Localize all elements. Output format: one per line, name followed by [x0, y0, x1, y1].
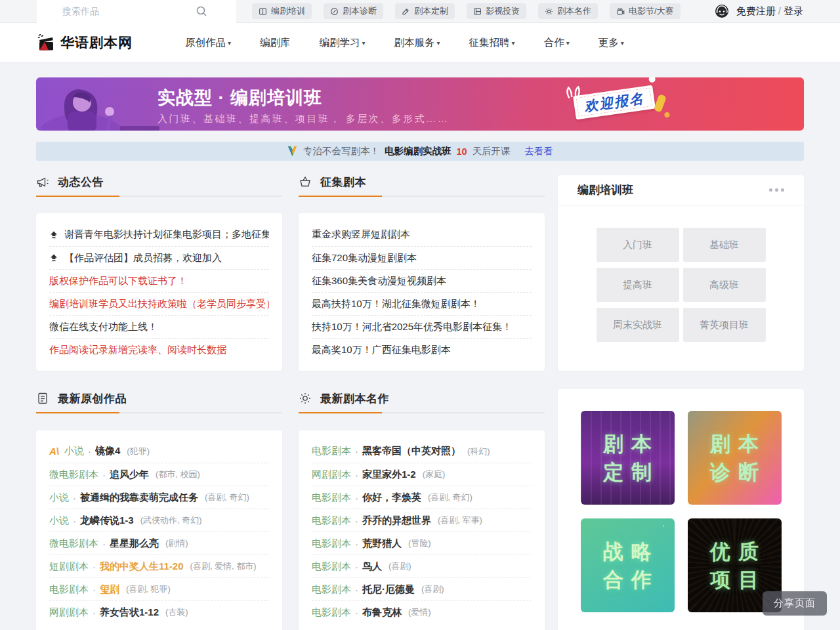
nav-menu-item[interactable]: 征集招聘 ▾: [469, 36, 515, 50]
work-tags: (喜剧): [421, 583, 444, 595]
topbar-quick-link[interactable]: 剧本名作: [538, 3, 598, 19]
collection-item[interactable]: 扶持10万！河北省2025年优秀电影剧本征集！: [312, 315, 532, 338]
top-utility-bar: 编剧培训 剧本诊断 剧本定制 影视投资 剧本名作: [0, 0, 840, 23]
work-item[interactable]: 小说 · 龙嶙传说1-3 (武侠动作, 奇幻): [49, 509, 269, 532]
work-category: 小说: [49, 514, 69, 527]
work-tags: (家庭): [423, 469, 446, 480]
work-item[interactable]: 网剧剧本 · 家里家外1-2 (家庭): [312, 463, 532, 486]
work-item[interactable]: 小说 · 被通缉的我靠卖萌完成任务 (喜剧, 奇幻): [49, 486, 269, 509]
work-item[interactable]: 电影剧本 · 荒野猎人 (冒险): [312, 532, 532, 555]
work-item[interactable]: 微电影剧本 · 追风少年 (都市, 校园): [49, 463, 269, 486]
share-page-button[interactable]: 分享页面: [763, 591, 827, 616]
decor-dot: [648, 77, 656, 83]
work-item[interactable]: 电影剧本 · 鸟人 (喜剧): [312, 555, 532, 578]
collection-item[interactable]: 最高扶持10万！湖北征集微短剧剧本！: [312, 292, 532, 315]
topbar-quick-link[interactable]: 编剧培训: [252, 3, 312, 19]
section-underline: [36, 196, 282, 197]
training-class-button[interactable]: 周末实战班: [597, 308, 679, 342]
work-tags: (犯罪): [127, 446, 150, 457]
training-class-button[interactable]: 高级班: [683, 268, 766, 302]
site-logo[interactable]: 华语剧本网: [37, 33, 133, 52]
quick-links: 编剧培训 剧本诊断 剧本定制 影视投资 剧本名作: [252, 3, 681, 19]
work-item[interactable]: 微电影剧本 · 星星那么亮 (剧情): [49, 532, 269, 555]
nav-item-label: 更多: [598, 36, 619, 50]
promo-tile[interactable]: 战略 合作: [581, 518, 675, 612]
pinned-top-icon: [49, 253, 58, 262]
nav-item-label: 原创作品: [185, 36, 226, 50]
work-tags: (科幻): [467, 446, 490, 457]
nav-menu-item[interactable]: 编剧学习 ▾: [320, 36, 366, 50]
original-works-header: 最新原创作品: [36, 390, 282, 406]
work-item[interactable]: 电影剧本 · 你好，李焕英 (喜剧, 奇幻): [312, 486, 532, 509]
work-category: 电影剧本: [312, 492, 351, 504]
collection-item[interactable]: 征集360集美食动漫短视频剧本: [312, 269, 532, 292]
announcement-item[interactable]: 谢晋青年电影扶持计划征集电影项目；多地征集剧本: [49, 223, 269, 246]
nav-menu-item[interactable]: 原创作品 ▾: [185, 36, 231, 50]
topbar-quick-link[interactable]: 影视投资: [467, 3, 526, 19]
section-underline: [299, 412, 545, 413]
notice-prefix: 专治不会写剧本！: [303, 145, 379, 158]
training-class-button[interactable]: 基础班: [683, 228, 766, 262]
work-item[interactable]: 电影剧本 · 乔乔的异想世界 (喜剧, 军事): [312, 509, 532, 532]
separator-dot: ·: [355, 515, 358, 526]
quick-link-label: 电影节/大赛: [629, 5, 674, 17]
promo-tile[interactable]: 剧本 定制: [581, 411, 675, 505]
work-item[interactable]: A\ 小说 · 镜像4 (犯罪): [49, 440, 269, 463]
chevron-down-icon: ▾: [566, 39, 570, 47]
work-tags: (喜剧, 军事): [438, 514, 482, 526]
announcements-card: 谢晋青年电影扶持计划征集电影项目；多地征集剧本 【作品评估团】成员招募，欢迎加入…: [36, 213, 282, 371]
nav-menu-item[interactable]: 更多 ▾: [598, 36, 624, 50]
separator-dot: ·: [355, 492, 358, 503]
work-category: 小说: [64, 445, 84, 457]
announcement-item[interactable]: 【作品评估团】成员招募，欢迎加入: [49, 246, 269, 269]
nav-menu-item[interactable]: 合作 ▾: [544, 36, 570, 50]
pinned-top-icon: [49, 230, 58, 240]
announcement-item[interactable]: 版权保护作品可以下载证书了！: [49, 269, 269, 292]
notice-course: 电影编剧实战班: [385, 145, 452, 158]
auth-area[interactable]: 免费注册/登录: [714, 3, 803, 19]
notice-days: 10: [456, 146, 467, 157]
signup-badge-label: 欢迎报名: [576, 87, 652, 117]
collection-item[interactable]: 重金求购竖屏短剧剧本: [312, 223, 532, 246]
work-category: 微电影剧本: [49, 537, 98, 550]
nav-menu-item[interactable]: 剧本服务 ▾: [394, 36, 440, 50]
announcement-item[interactable]: 微信在线支付功能上线！: [49, 315, 269, 338]
training-class-button[interactable]: 菁英项目班: [683, 308, 766, 342]
login-link[interactable]: 登录: [784, 5, 803, 16]
work-tags: (喜剧): [388, 560, 411, 572]
topbar-quick-link[interactable]: 电影节/大赛: [610, 3, 681, 19]
signup-badge[interactable]: 欢迎报名: [573, 85, 656, 120]
nav-menu-item[interactable]: 编剧库: [260, 36, 291, 50]
work-tags: (喜剧, 奇幻): [205, 492, 249, 503]
collection-item[interactable]: 征集720集动漫短剧剧本: [312, 246, 532, 269]
promo-tile[interactable]: 剧本 诊断: [688, 411, 782, 505]
work-category: 网剧剧本: [49, 606, 89, 619]
separator-dot: ·: [73, 515, 76, 526]
training-class-button[interactable]: 入门班: [597, 228, 679, 262]
work-item[interactable]: 电影剧本 · 黑客帝国（中英对照） (科幻): [312, 440, 532, 463]
auth-links[interactable]: 免费注册/登录: [736, 5, 803, 18]
tile-line2: 定制: [595, 458, 660, 486]
search-box[interactable]: [37, 0, 236, 23]
training-banner[interactable]: 实战型 · 编剧培训班 入门班、基础班、提高班、项目班， 多层次、多形式…… 欢…: [36, 77, 804, 131]
work-title: 布鲁克林: [362, 606, 402, 619]
work-item[interactable]: 网剧剧本 · 养女告状1-12 (古装): [49, 600, 269, 623]
separator-dot: ·: [102, 538, 106, 549]
training-class-button[interactable]: 提高班: [597, 268, 679, 302]
work-category: 微电影剧本: [49, 469, 98, 481]
topbar-quick-link[interactable]: 剧本诊断: [324, 3, 383, 19]
work-item[interactable]: 电影剧本 · 玺剧 (喜剧, 犯罪): [49, 578, 269, 600]
topbar-quick-link[interactable]: 剧本定制: [395, 3, 455, 19]
notice-go-link[interactable]: 去看看: [525, 145, 554, 158]
search-icon[interactable]: [196, 5, 207, 17]
work-item[interactable]: 短剧剧本 · 我的中奖人生11-20 (喜剧, 爱情, 都市): [49, 555, 269, 578]
section-title: 最新原创作品: [58, 391, 127, 406]
work-item[interactable]: 电影剧本 · 布鲁克林 (爱情): [312, 600, 532, 623]
ai-badge-icon: A\: [49, 446, 59, 457]
more-icon[interactable]: [769, 186, 784, 194]
work-item[interactable]: 电影剧本 · 托尼·厄德曼 (喜剧): [312, 578, 532, 600]
collection-item[interactable]: 最高奖10万！广西征集电影剧本: [312, 338, 532, 361]
announcement-item[interactable]: 编剧培训班学员又出扶持政策啦（老学员同步享受）: [49, 292, 269, 315]
register-link[interactable]: 免费注册: [736, 5, 776, 16]
announcement-item[interactable]: 作品阅读记录新增完读率、阅读时长数据: [49, 338, 269, 361]
